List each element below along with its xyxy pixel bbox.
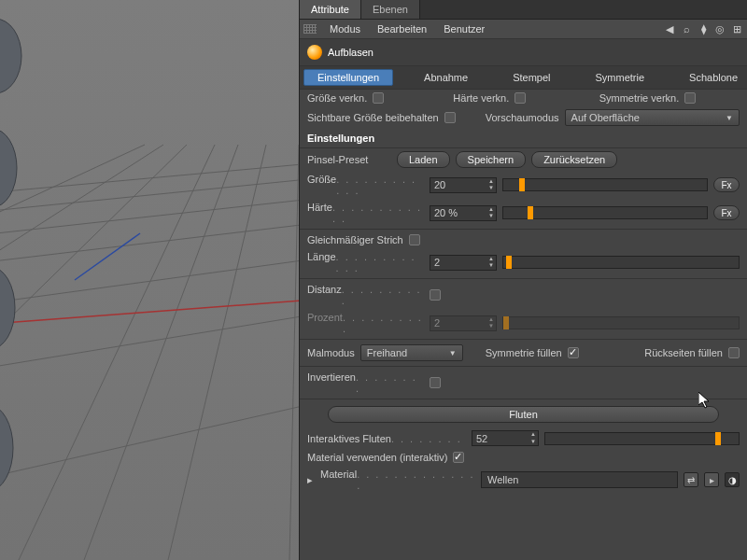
- preview-mode-combo[interactable]: Auf Oberfläche ▼: [565, 109, 740, 126]
- inflate-tool-icon: [307, 45, 322, 60]
- lock-icon[interactable]: ⧫: [697, 22, 710, 35]
- material-field[interactable]: Wellen: [481, 471, 678, 488]
- percent-field: 2▲▼: [430, 315, 497, 331]
- spinner-down-icon[interactable]: ▼: [486, 262, 496, 270]
- tool-subtabs: Einstellungen Abnahme Stempel Symmetrie …: [300, 66, 747, 90]
- svg-rect-0: [0, 0, 299, 560]
- chevron-down-icon: ▼: [449, 349, 457, 357]
- keep-size-check[interactable]: [444, 112, 456, 123]
- chevron-down-icon: ▼: [726, 114, 733, 122]
- panel-menubar: Modus Bearbeiten Benutzer ◀ ⌕ ⧫ ◎ ⊞: [300, 20, 747, 39]
- sym-link-check[interactable]: [684, 92, 696, 104]
- spinner-down-icon[interactable]: ▼: [486, 185, 496, 192]
- material-swap-icon[interactable]: ⇄: [684, 472, 698, 487]
- subtab-symmetrie[interactable]: Symmetrie: [582, 69, 659, 86]
- subtab-einstellungen[interactable]: Einstellungen: [303, 69, 393, 86]
- stroke-even-label: Gleichmäßiger Strich: [307, 234, 403, 245]
- menu-modus[interactable]: Modus: [326, 21, 364, 36]
- distance-check[interactable]: [430, 289, 441, 301]
- symfill-check[interactable]: [568, 347, 579, 358]
- iflood-label: Interaktives Fluten: [307, 433, 391, 444]
- invert-check[interactable]: [430, 377, 441, 388]
- hardness-row: Härte. . . . . . . . . . . . 20 %▲▼ Fx: [300, 199, 747, 227]
- material-clear-icon[interactable]: ◑: [725, 472, 740, 487]
- paintmode-combo[interactable]: Freihand▼: [360, 344, 463, 361]
- spinner-up-icon[interactable]: ▲: [486, 178, 496, 186]
- invert-label: Invertieren: [307, 371, 356, 383]
- material-pick-icon[interactable]: ▸: [704, 472, 719, 487]
- material-row: ▸ Material. . . . . . . . . . . . . . We…: [300, 466, 747, 494]
- viewport-3d[interactable]: Speicher : 26.108 MB: [0, 0, 299, 560]
- percent-slider: [502, 316, 740, 329]
- size-field[interactable]: 20▲▼: [430, 177, 497, 193]
- keep-size-label: Sichtbare Größe beibehalten: [307, 112, 439, 123]
- percent-label: Prozent: [307, 312, 343, 323]
- subtab-schablone[interactable]: Schablone: [675, 69, 747, 86]
- length-row: Länge. . . . . . . . . . . . 2▲▼: [300, 248, 747, 276]
- symfill-label: Symmetrie füllen: [486, 347, 562, 358]
- usemat-row: Material verwenden (interaktiv): [300, 449, 747, 466]
- spinner-down-icon[interactable]: ▼: [529, 439, 538, 446]
- search-icon[interactable]: ⌕: [680, 22, 693, 35]
- hardness-slider[interactable]: [502, 206, 708, 219]
- usemat-label: Material verwenden (interaktiv): [307, 452, 447, 463]
- hard-link-label: Härte verkn.: [453, 92, 509, 104]
- menu-benutzer[interactable]: Benutzer: [440, 21, 488, 36]
- backfill-check[interactable]: [728, 347, 740, 358]
- target-icon[interactable]: ◎: [713, 22, 726, 35]
- sym-link-label: Symmetrie verkn.: [599, 92, 680, 104]
- subtab-stempel[interactable]: Stempel: [499, 69, 564, 86]
- preview-mode-value: Auf Oberfläche: [571, 112, 640, 123]
- spinner-up-icon[interactable]: ▲: [486, 256, 496, 263]
- back-icon[interactable]: ◀: [663, 22, 676, 35]
- iflood-field[interactable]: 52▲▼: [472, 430, 539, 446]
- expand-icon[interactable]: ▸: [307, 474, 313, 486]
- tab-ebenen[interactable]: Ebenen: [361, 0, 420, 19]
- size-fx-button[interactable]: Fx: [713, 177, 740, 192]
- hardness-field[interactable]: 20 %▲▼: [430, 205, 497, 221]
- hardness-fx-button[interactable]: Fx: [713, 205, 740, 220]
- size-link-label: Größe verkn.: [307, 92, 367, 104]
- add-icon[interactable]: ⊞: [730, 22, 743, 35]
- iflood-row: Interaktives Fluten. . . . . . . . 52▲▼: [300, 427, 747, 449]
- hard-link-check[interactable]: [514, 92, 526, 104]
- subtab-abnahme[interactable]: Abnahme: [410, 69, 482, 86]
- size-row: Größe. . . . . . . . . . . . 20▲▼ Fx: [300, 171, 747, 199]
- panel-tabs: Attribute Ebenen: [300, 0, 747, 20]
- spinner-down-icon[interactable]: ▼: [486, 213, 496, 220]
- settings-content: Größe verkn. Härte verkn. Symmetrie verk…: [300, 90, 747, 560]
- load-button[interactable]: Laden: [397, 151, 450, 168]
- length-field[interactable]: 2▲▼: [430, 255, 497, 271]
- distance-row: Distanz. . . . . . . . . .: [300, 281, 747, 309]
- usemat-check[interactable]: [453, 452, 464, 463]
- section-header: Einstellungen: [300, 129, 747, 148]
- stroke-even-check[interactable]: [409, 234, 420, 245]
- flood-button[interactable]: Fluten: [328, 406, 719, 423]
- paintmode-row: Malmodus Freihand▼ Symmetrie füllen Rück…: [300, 342, 747, 364]
- stroke-even-row: Gleichmäßiger Strich: [300, 231, 747, 248]
- keep-size-row: Sichtbare Größe beibehalten Vorschaumodu…: [300, 106, 747, 129]
- percent-row: Prozent. . . . . . . . . . 2▲▼: [300, 309, 747, 337]
- link-row: Größe verkn. Härte verkn. Symmetrie verk…: [300, 90, 747, 106]
- tool-header: Aufblasen: [300, 39, 747, 66]
- iflood-slider[interactable]: [544, 432, 740, 445]
- spinner-up-icon[interactable]: ▲: [486, 206, 496, 214]
- invert-row: Invertieren. . . . . . . .: [300, 369, 747, 397]
- length-label: Länge: [307, 251, 336, 262]
- paintmode-label: Malmodus: [307, 347, 355, 358]
- size-link-check[interactable]: [373, 92, 384, 104]
- spinner-up-icon[interactable]: ▲: [529, 431, 538, 439]
- preset-row: Pinsel-Preset Laden Speichern Zurücksetz…: [300, 148, 747, 171]
- tool-name: Aufblasen: [328, 47, 374, 58]
- reset-button[interactable]: Zurücksetzen: [531, 151, 617, 168]
- menu-bearbeiten[interactable]: Bearbeiten: [374, 21, 430, 36]
- attribute-panel: Attribute Ebenen Modus Bearbeiten Benutz…: [299, 0, 747, 560]
- save-button[interactable]: Speichern: [456, 151, 527, 168]
- tab-attribute[interactable]: Attribute: [300, 0, 361, 19]
- grip-icon[interactable]: [303, 24, 317, 34]
- length-slider[interactable]: [502, 256, 740, 269]
- size-label: Größe: [307, 174, 336, 185]
- preset-label: Pinsel-Preset: [307, 154, 391, 165]
- backfill-label: Rückseiten füllen: [644, 347, 723, 358]
- size-slider[interactable]: [502, 178, 708, 191]
